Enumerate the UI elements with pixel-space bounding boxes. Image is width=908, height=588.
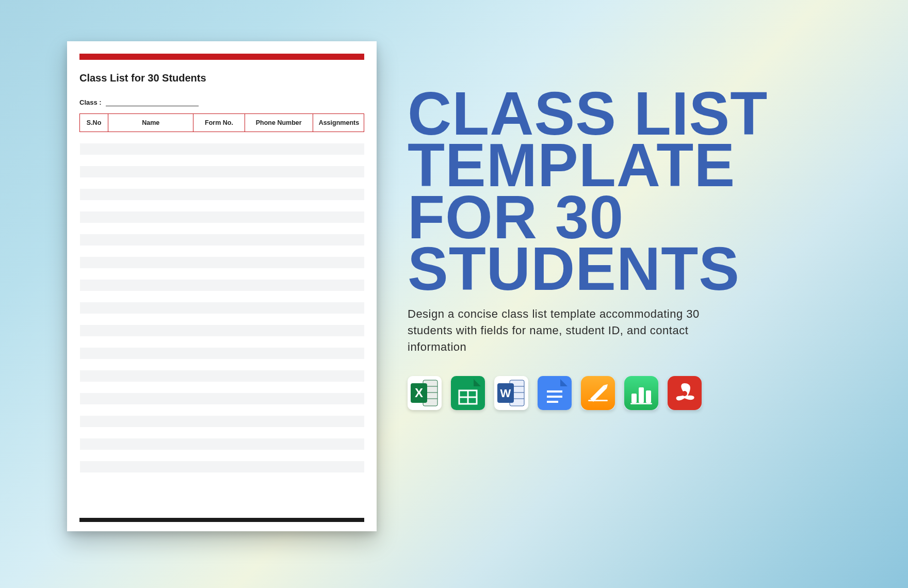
table-cell xyxy=(313,223,364,234)
svg-rect-30 xyxy=(630,403,652,404)
table-cell xyxy=(193,348,245,359)
table-row xyxy=(80,132,364,143)
table-cell xyxy=(193,257,245,268)
table-cell xyxy=(80,404,108,416)
table-cell xyxy=(193,223,245,234)
table-cell xyxy=(245,223,313,234)
table-cell xyxy=(245,461,313,472)
table-cell xyxy=(193,370,245,382)
table-cell xyxy=(80,450,108,461)
table-cell xyxy=(245,177,313,189)
table-cell xyxy=(245,359,313,370)
table-row xyxy=(80,348,364,359)
table-cell xyxy=(245,257,313,268)
table-cell xyxy=(108,325,193,336)
table-cell xyxy=(193,404,245,416)
document-title: Class List for 30 Students xyxy=(79,72,364,84)
table-cell xyxy=(193,166,245,177)
table-cell xyxy=(193,438,245,450)
table-cell xyxy=(193,325,245,336)
table-cell xyxy=(313,166,364,177)
table-cell xyxy=(313,143,364,155)
table-cell xyxy=(108,189,193,200)
table-cell xyxy=(313,336,364,348)
table-row xyxy=(80,314,364,325)
table-cell xyxy=(245,155,313,166)
word-icon[interactable]: W xyxy=(494,376,528,410)
col-header-assignments: Assignments xyxy=(313,114,364,132)
apple-numbers-icon[interactable] xyxy=(624,376,658,410)
table-row xyxy=(80,280,364,291)
col-header-form: Form No. xyxy=(193,114,245,132)
table-cell xyxy=(193,177,245,189)
table-cell xyxy=(108,336,193,348)
apple-pages-icon[interactable] xyxy=(581,376,615,410)
table-cell xyxy=(313,438,364,450)
table-row xyxy=(80,370,364,382)
table-cell xyxy=(80,200,108,211)
table-cell xyxy=(313,257,364,268)
google-docs-icon[interactable] xyxy=(538,376,572,410)
table-row xyxy=(80,234,364,246)
table-cell xyxy=(108,382,193,393)
table-cell xyxy=(245,211,313,223)
table-cell xyxy=(193,268,245,280)
table-cell xyxy=(80,234,108,246)
table-row xyxy=(80,461,364,472)
table-cell xyxy=(80,246,108,257)
table-cell xyxy=(193,314,245,325)
svg-point-32 xyxy=(682,391,687,396)
table-cell xyxy=(313,314,364,325)
table-row xyxy=(80,427,364,438)
table-cell xyxy=(108,370,193,382)
table-cell xyxy=(108,302,193,314)
table-cell xyxy=(80,427,108,438)
pdf-icon[interactable] xyxy=(668,376,702,410)
table-cell xyxy=(108,155,193,166)
table-cell xyxy=(313,359,364,370)
table-cell xyxy=(245,382,313,393)
table-cell xyxy=(245,200,313,211)
table-cell xyxy=(313,200,364,211)
table-cell xyxy=(108,234,193,246)
table-cell xyxy=(193,132,245,143)
table-cell xyxy=(108,461,193,472)
table-cell xyxy=(245,189,313,200)
table-cell xyxy=(193,359,245,370)
table-header-row: S.No Name Form No. Phone Number Assignme… xyxy=(80,114,364,132)
table-cell xyxy=(245,393,313,404)
student-table: S.No Name Form No. Phone Number Assignme… xyxy=(79,113,364,472)
table-cell xyxy=(193,291,245,302)
table-cell xyxy=(245,143,313,155)
table-row xyxy=(80,177,364,189)
table-cell xyxy=(193,302,245,314)
headline-line-4: STUDENTS xyxy=(408,243,841,295)
table-cell xyxy=(245,370,313,382)
svg-text:X: X xyxy=(415,386,423,400)
table-cell xyxy=(80,155,108,166)
promo-description: Design a concise class list template acc… xyxy=(408,306,738,355)
table-cell xyxy=(108,359,193,370)
table-cell xyxy=(80,416,108,427)
table-row xyxy=(80,211,364,223)
table-row xyxy=(80,291,364,302)
table-cell xyxy=(245,427,313,438)
table-cell xyxy=(245,325,313,336)
google-sheets-icon[interactable] xyxy=(451,376,485,410)
svg-rect-28 xyxy=(639,387,644,403)
svg-rect-19 xyxy=(538,376,572,410)
table-cell xyxy=(245,132,313,143)
table-cell xyxy=(245,404,313,416)
table-row xyxy=(80,393,364,404)
table-row xyxy=(80,246,364,257)
table-cell xyxy=(313,404,364,416)
table-cell xyxy=(108,143,193,155)
table-cell xyxy=(313,280,364,291)
excel-icon[interactable]: X xyxy=(408,376,442,410)
table-cell xyxy=(193,416,245,427)
table-cell xyxy=(80,348,108,359)
table-cell xyxy=(108,314,193,325)
table-cell xyxy=(108,291,193,302)
table-cell xyxy=(245,268,313,280)
table-cell xyxy=(80,280,108,291)
